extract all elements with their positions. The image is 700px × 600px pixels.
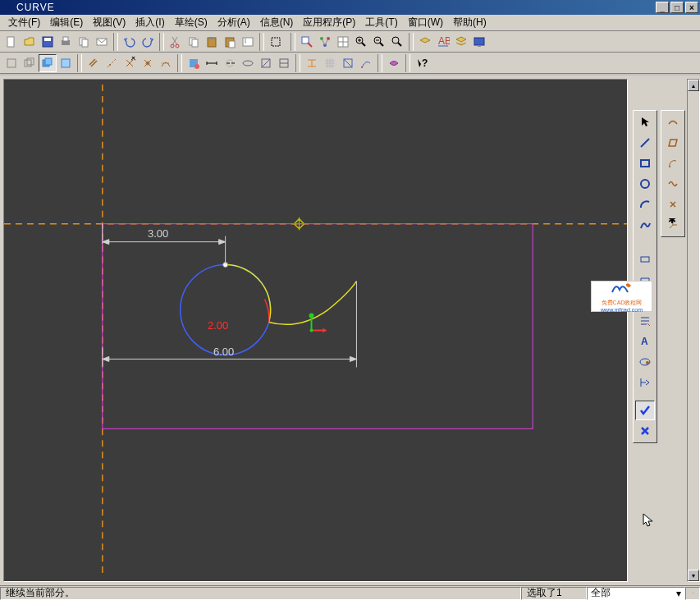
- svg-point-77: [669, 166, 670, 167]
- svg-rect-31: [27, 58, 34, 65]
- delete-icon[interactable]: [239, 33, 257, 51]
- dimension-label-3[interactable]: 3.00: [148, 227, 168, 240]
- display-icon[interactable]: [470, 33, 488, 51]
- refresh-icon[interactable]: [334, 33, 352, 51]
- rectangle-icon[interactable]: [635, 153, 655, 173]
- status-filter-select[interactable]: 全部 ▾: [587, 587, 685, 600]
- menu-file[interactable]: 文件(F): [3, 14, 45, 31]
- dimension-label-6[interactable]: 6.00: [213, 346, 234, 358]
- open-file-icon[interactable]: [21, 33, 39, 51]
- constraint-para-icon[interactable]: [275, 54, 293, 72]
- zoom-in-icon[interactable]: [352, 33, 370, 51]
- window-title: CURVE: [16, 2, 654, 13]
- spline-free-icon[interactable]: [663, 174, 683, 194]
- dim-grid-icon[interactable]: [321, 54, 339, 72]
- arc-icon[interactable]: [635, 195, 655, 214]
- layer-icon[interactable]: [416, 33, 434, 51]
- new-file-icon[interactable]: [2, 33, 21, 51]
- arc-3pt-icon[interactable]: [663, 153, 683, 173]
- dim-modify-icon[interactable]: [635, 311, 655, 331]
- redo-icon[interactable]: [139, 33, 157, 51]
- close-button[interactable]: ×: [685, 2, 698, 13]
- datum-point-icon[interactable]: ×: [121, 54, 139, 72]
- menu-help[interactable]: 帮助(H): [448, 14, 492, 31]
- done-check-icon[interactable]: [635, 401, 655, 420]
- zoom-tree-icon[interactable]: [316, 33, 334, 51]
- datum-axis-icon[interactable]: [103, 54, 121, 72]
- menu-info[interactable]: 信息(N): [255, 14, 299, 31]
- vertical-scrollbar[interactable]: ▴ ▾: [687, 79, 700, 582]
- help-ctx-icon[interactable]: ?: [413, 54, 431, 72]
- watermark: 免费CAD教程网 www.mfcad.com: [591, 281, 652, 312]
- maximize-button[interactable]: □: [670, 2, 684, 13]
- parallelogram-icon[interactable]: [663, 133, 683, 153]
- datum-csys-icon[interactable]: [139, 54, 157, 72]
- minimize-button[interactable]: _: [656, 2, 669, 13]
- dim-linear-icon[interactable]: [303, 54, 321, 72]
- zoom-out-icon[interactable]: [370, 33, 388, 51]
- view-shade-icon[interactable]: [39, 54, 57, 72]
- toolbar-standard: AB: [0, 31, 700, 53]
- paste-special-icon[interactable]: [221, 33, 239, 51]
- menu-view[interactable]: 视图(V): [88, 14, 130, 31]
- menu-analysis[interactable]: 分析(A): [213, 14, 255, 31]
- svg-rect-18: [302, 37, 309, 44]
- copy-icon[interactable]: [185, 33, 203, 51]
- menu-edit[interactable]: 编辑(E): [45, 14, 88, 31]
- point-x-icon[interactable]: [663, 195, 683, 214]
- trim-icon[interactable]: [339, 54, 357, 72]
- view-front-icon[interactable]: [21, 54, 39, 72]
- undo-icon[interactable]: [121, 33, 139, 51]
- svg-rect-6: [82, 39, 88, 47]
- zoom-window-icon[interactable]: [298, 33, 316, 51]
- print-icon[interactable]: [57, 33, 75, 51]
- ref-dim-icon[interactable]: A: [635, 332, 655, 351]
- canvas-wrap: 3.00 6.00 2.00: [3, 79, 628, 582]
- svg-text:✱: ✱: [668, 218, 676, 226]
- sketch-ref-icon[interactable]: [185, 54, 203, 72]
- view-iso-icon[interactable]: [2, 54, 21, 72]
- svg-point-39: [194, 64, 199, 69]
- zoom-fit-icon[interactable]: [388, 33, 406, 51]
- fillet-icon[interactable]: [385, 54, 403, 72]
- datum-plane-icon[interactable]: [85, 54, 103, 72]
- constraint-tan-icon[interactable]: [257, 54, 275, 72]
- dimension-label-2[interactable]: 2.00: [208, 319, 228, 332]
- view-wire-icon[interactable]: [57, 54, 75, 72]
- layers-mgr-icon[interactable]: [452, 33, 470, 51]
- menu-insert[interactable]: 插入(I): [130, 14, 169, 31]
- email-icon[interactable]: [93, 33, 111, 51]
- cancel-x-icon[interactable]: [635, 421, 655, 441]
- select-box-icon[interactable]: [267, 33, 285, 51]
- constraint-h-icon[interactable]: [203, 54, 221, 72]
- dim-ord-icon[interactable]: [635, 250, 655, 269]
- datum-curve-icon[interactable]: [157, 54, 175, 72]
- constraint-perp-icon[interactable]: [239, 54, 257, 72]
- select-arrow-icon[interactable]: [635, 112, 655, 132]
- circle-icon[interactable]: [635, 174, 655, 194]
- status-filter-value: 全部: [591, 586, 611, 600]
- csys-axes-icon[interactable]: ✱: [663, 215, 683, 235]
- scroll-up-icon[interactable]: ▴: [688, 80, 699, 91]
- workspace: 3.00 6.00 2.00 A ✱ ▴ ▾: [0, 76, 700, 585]
- menu-sketch[interactable]: 草绘(S): [170, 14, 213, 31]
- constraint-v-icon[interactable]: [221, 54, 239, 72]
- constraint-icon[interactable]: [635, 373, 655, 392]
- menu-tools[interactable]: 工具(T): [360, 14, 402, 31]
- paste-icon[interactable]: [203, 33, 221, 51]
- menu-app[interactable]: 应用程序(P): [298, 14, 360, 31]
- extend-icon[interactable]: [357, 54, 375, 72]
- line-icon[interactable]: [635, 133, 655, 153]
- measure-icon[interactable]: AB: [434, 33, 452, 51]
- sketch-arc-icon[interactable]: [663, 112, 683, 132]
- spline-icon[interactable]: [635, 215, 655, 235]
- sketch-canvas[interactable]: 3.00 6.00 2.00: [4, 80, 627, 581]
- status-tool-icon[interactable]: [685, 587, 700, 600]
- text-tool-icon[interactable]: [635, 352, 655, 372]
- scroll-down-icon[interactable]: ▾: [688, 570, 699, 581]
- cut-icon[interactable]: [167, 33, 185, 51]
- save-icon[interactable]: [39, 33, 57, 51]
- menu-window[interactable]: 窗口(W): [403, 14, 448, 31]
- copy-clip-icon[interactable]: [75, 33, 93, 51]
- menubar: 文件(F) 编辑(E) 视图(V) 插入(I) 草绘(S) 分析(A) 信息(N…: [0, 15, 700, 31]
